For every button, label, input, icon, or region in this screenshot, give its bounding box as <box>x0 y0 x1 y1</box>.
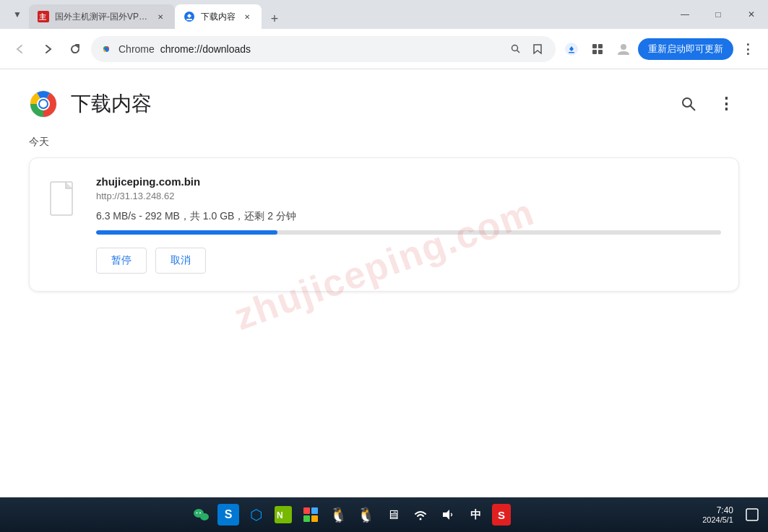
svg-rect-33 <box>303 507 310 514</box>
svg-line-9 <box>517 50 520 53</box>
maximize-button[interactable]: □ <box>702 0 735 29</box>
tab-label-2: 下载内容 <box>201 11 236 23</box>
address-icons <box>506 40 547 58</box>
new-tab-button[interactable]: + <box>264 9 285 29</box>
svg-point-7 <box>105 47 108 51</box>
clock[interactable]: 7:40 2024/5/1 <box>699 505 736 524</box>
tab-close-2[interactable]: ✕ <box>241 11 253 22</box>
taskbar-apps-icon[interactable] <box>300 504 322 526</box>
bookmark-icon[interactable] <box>528 40 547 58</box>
taskbar-ime-icon[interactable]: 中 <box>465 504 486 526</box>
tab-area: 主 国外主机测评-国外VPS、国... ✕ 下载内容 ✕ + <box>29 0 668 29</box>
title-bar: ▼ 主 国外主机测评-国外VPS、国... ✕ 下载内容 ✕ + — <box>0 0 768 29</box>
back-button[interactable] <box>9 38 32 61</box>
progress-bar-container-0 <box>96 230 721 235</box>
taskbar-wechat-icon[interactable] <box>190 504 212 526</box>
search-downloads-button[interactable] <box>676 91 702 117</box>
page-header: 下载内容 ⋮ <box>29 69 739 130</box>
svg-marker-38 <box>443 510 449 520</box>
svg-point-37 <box>420 518 422 520</box>
page-header-left: 下载内容 <box>29 90 152 118</box>
minimize-button[interactable]: — <box>668 0 702 29</box>
download-indicator-button[interactable] <box>560 38 583 61</box>
svg-rect-39 <box>746 509 758 520</box>
more-options-button[interactable]: ⋮ <box>736 38 759 61</box>
tab-list-button[interactable]: ▼ <box>6 3 29 26</box>
file-icon <box>47 178 82 219</box>
tab-favicon-2 <box>184 11 195 22</box>
nav-bar: Chrome chrome://downloads <box>0 29 768 69</box>
taskbar-penguin1-icon[interactable]: 🐧 <box>327 504 349 526</box>
progress-bar-fill-0 <box>96 230 277 235</box>
address-text: chrome://downloads <box>160 43 501 55</box>
close-button[interactable]: ✕ <box>735 0 768 29</box>
tab-favicon-1: 主 <box>38 11 49 22</box>
svg-rect-17 <box>592 50 597 54</box>
svg-rect-18 <box>598 50 603 54</box>
download-card-0: zhujiceping.com.bin http://31.13.248.62 … <box>29 157 739 292</box>
chrome-logo-icon <box>100 43 113 56</box>
svg-point-8 <box>512 45 518 51</box>
taskbar-right: 7:40 2024/5/1 <box>699 505 762 525</box>
tab-active-downloads[interactable]: 下载内容 ✕ <box>175 4 262 29</box>
taskbar-monitor-icon[interactable]: 🖥 <box>382 504 404 526</box>
page-header-right: ⋮ <box>676 91 739 117</box>
svg-line-25 <box>691 106 696 111</box>
clock-time: 7:40 <box>702 505 733 515</box>
page-title: 下载内容 <box>71 90 152 118</box>
svg-text:主: 主 <box>39 13 47 21</box>
taskbar: S ⬡ N 🐧 🐧 🖥 中 <box>0 497 768 532</box>
svg-point-30 <box>199 513 201 514</box>
download-url-0: http://31.13.248.62 <box>96 191 721 201</box>
svg-text:N: N <box>277 510 283 520</box>
chrome-logo-large-icon <box>29 90 58 118</box>
taskbar-sogou-icon[interactable]: S <box>492 504 511 526</box>
notification-button[interactable] <box>742 505 762 525</box>
taskbar-snipaste-icon[interactable]: S <box>217 504 239 526</box>
download-info-0: zhujiceping.com.bin http://31.13.248.62 … <box>96 175 721 274</box>
section-today: 今天 zhujiceping.com.bin http://31.13.248.… <box>29 136 739 292</box>
svg-rect-15 <box>592 44 597 48</box>
svg-point-23 <box>40 100 47 108</box>
search-address-icon[interactable] <box>506 40 525 58</box>
taskbar-icons: S ⬡ N 🐧 🐧 🖥 中 <box>6 504 695 526</box>
svg-rect-34 <box>311 507 318 514</box>
svg-point-24 <box>683 98 691 107</box>
svg-rect-36 <box>311 515 318 522</box>
tab-label-1: 国外主机测评-国外VPS、国... <box>55 11 149 23</box>
svg-marker-10 <box>534 45 541 53</box>
svg-point-29 <box>197 513 198 514</box>
taskbar-bluetooth-icon[interactable]: ⬡ <box>245 504 267 526</box>
pause-button-0[interactable]: 暂停 <box>96 248 147 274</box>
svg-point-28 <box>200 513 209 520</box>
page-content: 下载内容 ⋮ zhujiceping.com 今天 <box>0 69 768 497</box>
profile-button[interactable] <box>612 38 635 61</box>
chrome-label: Chrome <box>118 43 155 55</box>
tab-close-1[interactable]: ✕ <box>155 11 166 22</box>
taskbar-penguin2-icon[interactable]: 🐧 <box>355 504 376 526</box>
address-bar[interactable]: Chrome chrome://downloads <box>91 36 556 62</box>
nav-right: 重新启动即可更新 ⋮ <box>560 38 759 61</box>
reload-button[interactable] <box>64 38 87 61</box>
svg-point-19 <box>621 44 626 50</box>
cancel-button-0[interactable]: 取消 <box>155 248 206 274</box>
svg-rect-16 <box>598 44 603 48</box>
window-controls: — □ ✕ <box>668 0 768 29</box>
download-filename-0: zhujiceping.com.bin <box>96 175 721 188</box>
extensions-button[interactable] <box>586 38 609 61</box>
clock-date: 2024/5/1 <box>702 515 733 524</box>
forward-button[interactable] <box>36 38 59 61</box>
svg-rect-5 <box>186 19 192 20</box>
download-actions-0: 暂停 取消 <box>96 248 721 274</box>
download-status-0: 6.3 MB/s - 292 MB，共 1.0 GB，还剩 2 分钟 <box>96 210 721 223</box>
taskbar-nvidia-icon[interactable]: N <box>272 504 294 526</box>
svg-rect-14 <box>569 52 574 53</box>
taskbar-wifi-icon[interactable] <box>410 504 431 526</box>
svg-rect-35 <box>303 515 310 522</box>
section-label-today: 今天 <box>29 136 739 149</box>
tab-inactive-1[interactable]: 主 国外主机测评-国外VPS、国... ✕ <box>29 4 175 29</box>
update-restart-button[interactable]: 重新启动即可更新 <box>638 38 733 60</box>
more-downloads-button[interactable]: ⋮ <box>713 91 739 117</box>
taskbar-volume-icon[interactable] <box>437 504 459 526</box>
